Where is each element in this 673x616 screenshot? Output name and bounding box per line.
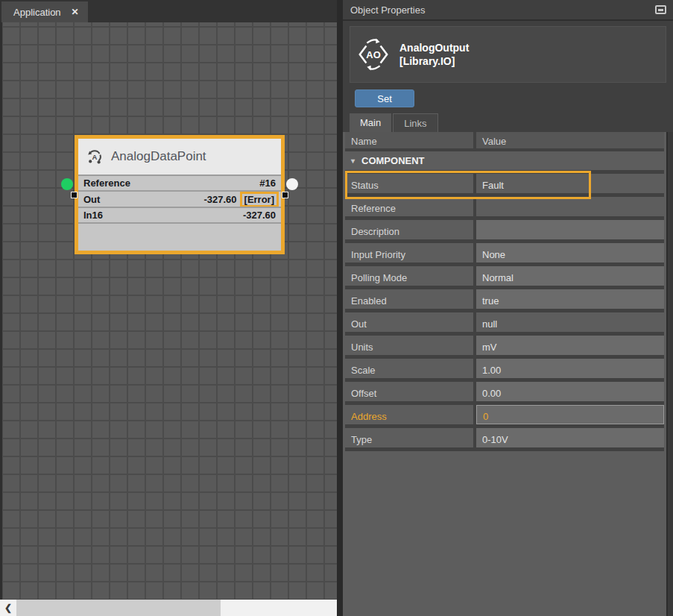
property-row-units[interactable]: UnitsmV	[345, 336, 664, 359]
tab-label: Application	[13, 7, 61, 18]
property-value[interactable]: 0.00	[476, 382, 664, 401]
section-component[interactable]: ▾ COMPONENT	[345, 151, 664, 174]
property-name: Scale	[345, 359, 473, 378]
wiresheet-canvas[interactable]: A AnalogDataPoint Reference#16Out-327.60…	[0, 22, 337, 600]
tab-links[interactable]: Links	[393, 113, 437, 132]
panel-titlebar: Object Properties	[343, 0, 673, 21]
input-port-connected[interactable]	[61, 178, 73, 190]
node-title: AnalogDataPoint	[111, 149, 206, 164]
property-row-offset[interactable]: Offset0.00	[345, 382, 664, 405]
canvas-pane: Application ✕ A AnalogDataPoint	[0, 0, 337, 616]
horizontal-scrollbar[interactable]: ❮	[0, 600, 337, 616]
error-annotation-box: [Error]	[240, 192, 279, 207]
panel-right-gutter	[666, 132, 673, 616]
property-name: Status	[345, 174, 473, 193]
analog-point-icon: A	[86, 148, 104, 166]
svg-text:A: A	[92, 153, 98, 161]
property-value[interactable]: Normal	[476, 266, 664, 286]
property-row-enabled[interactable]: Enabledtrue	[345, 289, 664, 312]
property-row-scale[interactable]: Scale1.00	[345, 359, 664, 382]
output-port[interactable]	[286, 178, 298, 190]
scroll-left-arrow-icon[interactable]: ❮	[0, 603, 16, 613]
property-value: Fault	[476, 174, 664, 193]
properties-table: Name Value ▾ COMPONENT StatusFaultRefere…	[343, 132, 673, 616]
analog-output-icon: AO	[356, 37, 391, 72]
set-button[interactable]: Set	[355, 89, 414, 107]
property-name: Input Priority	[345, 243, 473, 263]
property-value: null	[476, 312, 664, 332]
node-slot-out[interactable]: Out-327.60[Error]	[78, 190, 281, 207]
panel-title: Object Properties	[350, 4, 425, 16]
panel-tabs: Main Links	[343, 113, 673, 132]
slot-name: Reference	[83, 177, 130, 189]
slot-name: Out	[83, 194, 100, 205]
property-name: Reference	[345, 197, 473, 216]
slot-value: -327.60[Error]	[203, 192, 276, 207]
collapse-icon[interactable]: ▾	[351, 157, 355, 165]
column-header-name: Name	[345, 132, 473, 148]
property-name: Enabled	[345, 289, 473, 309]
property-row-polling-mode[interactable]: Polling ModeNormal	[345, 266, 664, 289]
pane-divider[interactable]	[337, 0, 343, 616]
property-name: Offset	[345, 382, 473, 401]
slot-value: #16	[259, 177, 276, 189]
property-name: Description	[345, 220, 473, 239]
property-value[interactable]: 0-10V	[476, 428, 664, 447]
tab-close-icon[interactable]: ✕	[72, 7, 79, 17]
property-name: Units	[345, 336, 473, 355]
node-slot-in16[interactable]: In16-327.60	[78, 207, 281, 222]
property-name: Type	[345, 428, 473, 447]
component-name: AnalogOutput	[399, 41, 469, 54]
property-value[interactable]: None	[476, 243, 664, 263]
property-row-description[interactable]: Description	[345, 220, 664, 243]
slot-name: In16	[83, 210, 103, 221]
slot-value: -327.60	[243, 210, 276, 221]
property-name: Out	[345, 312, 473, 332]
component-header-card: AO AnalogOutput [Library.IO]	[350, 26, 666, 83]
property-row-address[interactable]: Address0	[345, 405, 664, 428]
property-row-input-priority[interactable]: Input PriorityNone	[345, 243, 664, 266]
property-value[interactable]: mV	[476, 336, 664, 355]
property-value[interactable]: true	[476, 289, 664, 309]
selection-handle-right[interactable]	[282, 192, 288, 198]
node-slot-reference[interactable]: Reference#16	[78, 175, 281, 190]
property-value[interactable]: 1.00	[476, 359, 664, 378]
analog-datapoint-node[interactable]: A AnalogDataPoint Reference#16Out-327.60…	[75, 135, 285, 254]
section-label: COMPONENT	[361, 155, 425, 166]
selection-handle-left[interactable]	[71, 192, 78, 198]
app-window: Application ✕ A AnalogDataPoint	[0, 0, 673, 616]
node-header[interactable]: A AnalogDataPoint	[78, 139, 281, 175]
column-header-value: Value	[476, 132, 664, 148]
property-value[interactable]: 0	[476, 405, 664, 424]
svg-text:AO: AO	[366, 49, 380, 60]
document-tabbar: Application ✕	[0, 0, 337, 22]
property-value[interactable]	[476, 220, 664, 239]
property-name: Polling Mode	[345, 266, 473, 286]
component-library: [Library.IO]	[399, 54, 469, 68]
tab-application[interactable]: Application ✕	[1, 1, 88, 22]
table-header: Name Value	[345, 132, 664, 151]
property-row-status[interactable]: StatusFault	[345, 174, 664, 197]
property-row-out[interactable]: Outnull	[345, 312, 664, 336]
property-name: Address	[345, 405, 473, 424]
property-row-type[interactable]: Type0-10V	[345, 428, 664, 451]
tab-main[interactable]: Main	[350, 113, 391, 132]
scrollbar-thumb[interactable]	[16, 600, 221, 616]
dock-window-icon[interactable]	[655, 5, 666, 14]
object-properties-panel: Object Properties AO AnalogOutput [Libra…	[343, 0, 673, 616]
property-row-reference[interactable]: Reference	[345, 197, 664, 220]
property-value	[476, 197, 664, 216]
node-empty-row	[78, 222, 281, 251]
